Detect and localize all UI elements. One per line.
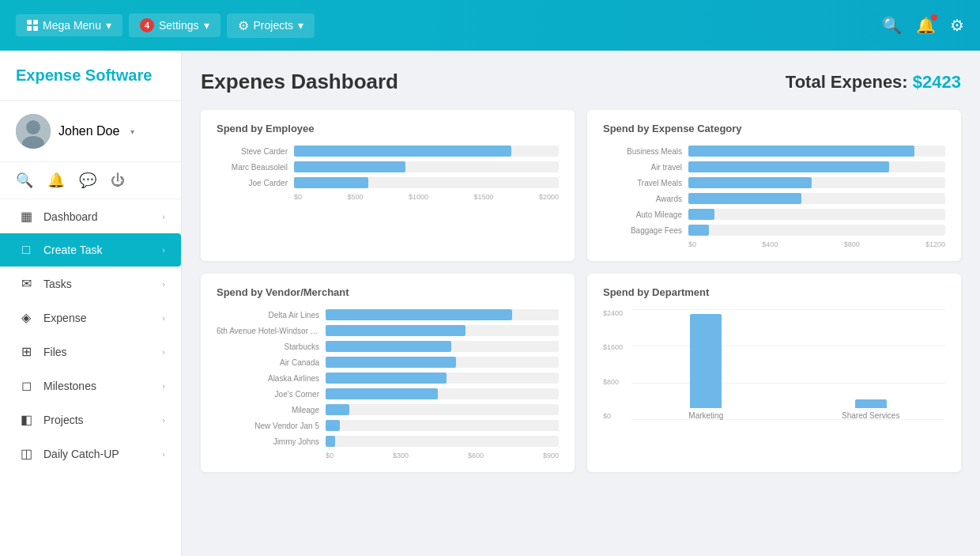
sidebar-item-projects[interactable]: ◧ Projects ›	[0, 403, 181, 437]
bar-track	[326, 309, 559, 320]
charts-grid: Spend by Employee Steve Carder Marc Beau…	[201, 110, 961, 472]
chevron-down-icon: ▾	[204, 19, 209, 32]
bar-axis: $0$300$600$900	[217, 452, 559, 460]
vbar-xlabel: Marketing	[688, 411, 723, 420]
bar-fill	[326, 436, 335, 447]
sidebar-item-milestones[interactable]: ◻ Milestones ›	[0, 369, 181, 403]
page-title: Expenes Dashboard	[201, 70, 398, 94]
bar-fill	[326, 357, 456, 368]
bar-fill	[294, 146, 511, 157]
chevron-right-icon: ›	[162, 279, 165, 289]
sidebar-item-dashboard[interactable]: ▦ Dashboard ›	[0, 199, 181, 233]
bar-label: Awards	[603, 195, 682, 203]
department-bar-wrapper: $2400$1600$800$0 Marketing Shared Servic…	[603, 309, 945, 436]
bar-label: Air Canada	[217, 358, 319, 367]
nav-icon-milestones: ◻	[18, 378, 34, 393]
bar-label: Travel Meals	[603, 179, 682, 187]
bar-fill	[326, 325, 466, 336]
sidebar-item-files[interactable]: ⊞ Files ›	[0, 335, 181, 369]
settings-gear-button[interactable]: ⚙	[950, 16, 964, 35]
bar-track	[326, 404, 559, 415]
bar-label: Steve Carder	[217, 147, 288, 156]
bar-row: Travel Meals	[603, 177, 945, 188]
notifications-button[interactable]: 🔔	[916, 16, 936, 35]
vbar-group: Shared Services	[797, 399, 946, 420]
sidebar-item-label: Tasks	[43, 278, 153, 290]
sidebar-action-bar: 🔍 🔔 💬 ⏻	[0, 162, 181, 199]
vbar-chart: Marketing Shared Services	[631, 309, 945, 436]
chart-category-title: Spend by Expense Category	[603, 123, 945, 134]
bar-row: Baggage Fees	[603, 225, 945, 236]
chevron-right-icon: ›	[162, 245, 165, 255]
chart-category: Spend by Expense Category Business Meals…	[587, 110, 961, 261]
mega-menu-button[interactable]: Mega Menu ▾	[16, 14, 122, 36]
bar-row: Auto Mileage	[603, 209, 945, 220]
bar-row: Delta Air Lines	[217, 309, 559, 320]
chevron-down-icon: ▾	[298, 19, 303, 32]
bar-row: Jimmy Johns	[217, 436, 559, 447]
chevron-right-icon: ›	[162, 212, 165, 221]
bar-label: Jimmy Johns	[217, 437, 319, 446]
sidebar-item-expense[interactable]: ◈ Expense ›	[0, 301, 181, 335]
bar-label: Delta Air Lines	[217, 311, 319, 320]
sidebar: Expense Software Johen Doe ▾ 🔍 🔔 💬 ⏻	[0, 51, 182, 556]
chart-vendor: Spend by Vendor/Merchant Delta Air Lines…	[201, 274, 575, 472]
chevron-down-icon: ▾	[106, 19, 111, 32]
bar-label: Baggage Fees	[603, 226, 682, 235]
grid-icon	[27, 20, 38, 31]
bar-label: New Vendor Jan 5	[217, 422, 319, 430]
bar-fill	[294, 161, 405, 172]
chart-vendor-title: Spend by Vendor/Merchant	[217, 286, 559, 298]
search-button[interactable]: 🔍	[882, 16, 902, 35]
sidebar-item-daily-catchup[interactable]: ◫ Daily Catch-UP ›	[0, 437, 181, 471]
bar-row: Business Meals	[603, 146, 945, 157]
top-navigation: Mega Menu ▾ 4 Settings ▾ ⚙ Projects ▾ 🔍 …	[0, 0, 980, 51]
chat-sidebar-button[interactable]: 💬	[79, 172, 96, 189]
chart-employee: Spend by Employee Steve Carder Marc Beau…	[201, 110, 575, 261]
avatar	[16, 114, 51, 149]
bar-label: Marc Beausoleil	[217, 163, 288, 172]
employee-bar-chart: Steve Carder Marc Beausoleil Joe Carder …	[217, 146, 559, 201]
projects-button[interactable]: ⚙ Projects ▾	[227, 13, 315, 38]
sidebar-logo: Expense Software	[0, 51, 181, 101]
nav-icon-dashboard: ▦	[18, 209, 34, 224]
sidebar-item-tasks[interactable]: ✉ Tasks ›	[0, 267, 181, 301]
sidebar-item-create-task[interactable]: □ Create Task ›	[0, 233, 181, 267]
total-expenses: Total Expenes: $2423	[786, 72, 961, 93]
bar-label: Joe's Corner	[217, 390, 319, 399]
bar-label: Business Meals	[603, 147, 682, 156]
projects-icon: ⚙	[238, 18, 249, 33]
sidebar-item-label: Expense	[43, 312, 153, 324]
bar-fill	[326, 341, 451, 352]
sidebar-item-label: Projects	[43, 414, 153, 426]
bar-fill	[326, 404, 349, 415]
nav-icon-expense: ◈	[18, 310, 34, 325]
bar-fill	[326, 309, 512, 320]
power-sidebar-button[interactable]: ⏻	[111, 172, 125, 189]
svg-point-1	[26, 120, 40, 134]
bar-track	[294, 177, 559, 188]
user-dropdown-icon[interactable]: ▾	[130, 127, 134, 136]
nav-items: Mega Menu ▾ 4 Settings ▾ ⚙ Projects ▾	[16, 13, 882, 38]
bar-track	[326, 420, 559, 431]
bar-row: 6th Avenue Hotel-Windsor Hotel	[217, 325, 559, 336]
notification-sidebar-button[interactable]: 🔔	[47, 172, 65, 189]
bar-row: Air Canada	[217, 357, 559, 368]
settings-button[interactable]: 4 Settings ▾	[129, 13, 220, 37]
bar-track	[326, 325, 559, 336]
bar-row: Starbucks	[217, 341, 559, 352]
vbar-group: Marketing	[631, 314, 781, 420]
vbar	[855, 399, 887, 408]
sidebar-item-label: Create Task	[43, 244, 153, 256]
bar-track	[294, 146, 559, 157]
chart-department-title: Spend by Department	[603, 286, 945, 298]
search-sidebar-button[interactable]: 🔍	[16, 172, 33, 189]
bar-track	[326, 436, 559, 447]
bar-track	[326, 388, 559, 399]
bar-fill	[294, 177, 368, 188]
main-layout: Expense Software Johen Doe ▾ 🔍 🔔 💬 ⏻	[0, 51, 980, 556]
bar-row: Air travel	[603, 161, 945, 172]
bar-row: Alaska Airlines	[217, 373, 559, 384]
nav-icon-group: 🔍 🔔 ⚙	[882, 16, 964, 35]
bar-track	[688, 177, 945, 188]
